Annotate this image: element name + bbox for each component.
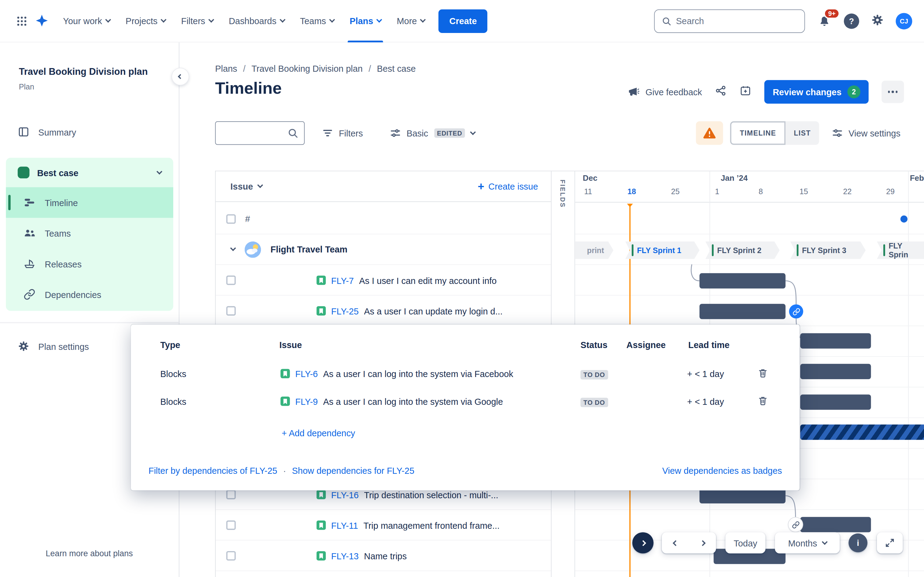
nav-your-work[interactable]: Your work: [55, 0, 118, 42]
view-dependencies-as-badges-link[interactable]: View dependencies as badges: [662, 466, 782, 475]
learn-more-link[interactable]: Learn more about plans: [0, 549, 178, 558]
dependency-badge[interactable]: [789, 305, 803, 318]
schedule-bar[interactable]: [800, 395, 871, 410]
warnings-button[interactable]: [696, 121, 724, 145]
schedule-bar[interactable]: [699, 273, 785, 288]
table-row[interactable]: FLY-13 Name trips: [216, 540, 551, 571]
search-icon: [288, 127, 298, 138]
row-checkbox[interactable]: [226, 306, 236, 315]
jump-to-next-button[interactable]: [632, 532, 653, 553]
table-row[interactable]: FLY-25 As a user I can update my login d…: [216, 295, 551, 326]
settings-button[interactable]: [871, 13, 884, 28]
sidebar-item-teams[interactable]: Teams: [6, 218, 173, 248]
schedule-bar-striped[interactable]: [800, 424, 924, 440]
issue-key-link[interactable]: FLY-16: [331, 490, 359, 500]
month-label: Dec: [583, 174, 598, 182]
table-row[interactable]: FLY-11 Trip management frontend frame...: [216, 510, 551, 540]
review-changes-button[interactable]: Review changes 2: [764, 80, 869, 103]
nav-plans[interactable]: Plans: [342, 0, 389, 42]
app-switcher-button[interactable]: [12, 11, 32, 31]
issue-key-link[interactable]: FLY-6: [295, 369, 318, 379]
user-avatar[interactable]: CJ: [896, 13, 912, 29]
scroll-left-button[interactable]: [662, 532, 689, 553]
info-button[interactable]: i: [848, 533, 867, 552]
show-dependencies-link[interactable]: Show dependencies for FLY-25: [292, 466, 414, 475]
issue-search-input[interactable]: [215, 121, 305, 145]
more-actions-button[interactable]: [882, 81, 904, 103]
issue-dot-marker[interactable]: [900, 216, 908, 222]
row-checkbox[interactable]: [226, 520, 236, 530]
schedule-bar[interactable]: [699, 304, 785, 319]
tab-list[interactable]: LIST: [785, 121, 819, 145]
sprint-bar[interactable]: FLY Sprint 1: [625, 242, 699, 259]
row-checkbox[interactable]: [226, 276, 236, 285]
scenario-best-case[interactable]: Best case: [6, 158, 173, 187]
row-checkbox[interactable]: [226, 490, 236, 499]
sidebar-item-plan-settings[interactable]: Plan settings: [18, 334, 89, 358]
breadcrumb-plans[interactable]: Plans: [215, 63, 237, 74]
date-label: 8: [752, 187, 770, 196]
breadcrumb-scenario[interactable]: Best case: [377, 63, 415, 74]
create-button[interactable]: Create: [439, 9, 487, 33]
view-settings-button[interactable]: View settings: [826, 123, 906, 143]
share-button[interactable]: [715, 85, 727, 99]
sprint-bar[interactable]: FLY Sprint 3: [790, 242, 866, 259]
ship-icon: [24, 258, 36, 270]
delete-dependency-button[interactable]: [758, 367, 768, 379]
sidebar-item-dependencies[interactable]: Dependencies: [6, 279, 173, 309]
sprint-bar[interactable]: FLY Sprin: [877, 242, 924, 259]
nav-more[interactable]: More: [389, 0, 433, 42]
delete-dependency-button[interactable]: [758, 395, 768, 407]
trash-icon: [758, 367, 768, 378]
sidebar-collapse-button[interactable]: [172, 68, 189, 85]
nav-teams[interactable]: Teams: [292, 0, 342, 42]
issue-header-dropdown[interactable]: Issue: [230, 181, 262, 192]
notifications-button[interactable]: 9+: [817, 13, 832, 28]
global-search[interactable]: [654, 9, 805, 33]
fullscreen-button[interactable]: [877, 532, 903, 553]
schedule-bar[interactable]: [800, 517, 871, 532]
filter-by-dependencies-link[interactable]: Filter by dependencies of FLY-25: [149, 466, 277, 475]
group-row-flight-travel-team[interactable]: Flight Travel Team: [216, 234, 551, 265]
issue-key-link[interactable]: FLY-25: [331, 306, 359, 316]
sidebar-item-timeline[interactable]: Timeline: [6, 187, 173, 218]
give-feedback-button[interactable]: Give feedback: [628, 86, 702, 98]
issue-key-link[interactable]: FLY-7: [331, 276, 354, 285]
sprint-bar[interactable]: FLY Sprint 2: [705, 242, 779, 259]
table-row-new[interactable]: #: [216, 204, 551, 234]
row-checkbox[interactable]: [226, 214, 236, 224]
dependencies-popup: Type Issue Status Assignee Lead time Blo…: [131, 324, 800, 491]
tab-timeline[interactable]: TIMELINE: [730, 121, 785, 145]
sprint-bar[interactable]: print: [575, 242, 613, 259]
nav-filters[interactable]: Filters: [174, 0, 221, 42]
row-checkbox[interactable]: [226, 551, 236, 560]
issue-key-link[interactable]: FLY-13: [331, 551, 359, 561]
expander-chevron-icon[interactable]: [230, 245, 236, 251]
issue-key-link[interactable]: FLY-9: [295, 396, 318, 406]
date-label-today: 18: [623, 187, 640, 196]
timeline-scroll-controls: [662, 532, 716, 553]
view-selector-button[interactable]: Basic EDITED: [384, 123, 481, 143]
breadcrumb: Plans / Travel Booking Division plan / B…: [215, 63, 416, 74]
table-row[interactable]: FLY-7 As I user I can edit my account in…: [216, 265, 551, 295]
schedule-button[interactable]: [740, 85, 752, 99]
filters-button[interactable]: Filters: [317, 123, 369, 143]
search-input[interactable]: [676, 16, 797, 26]
jira-logo[interactable]: [32, 11, 52, 31]
sidebar-item-releases[interactable]: Releases: [6, 248, 173, 279]
sidebar-item-summary[interactable]: Summary: [18, 120, 76, 143]
create-issue-button[interactable]: + Create issue: [478, 181, 538, 192]
schedule-bar[interactable]: [800, 334, 871, 349]
scroll-right-button[interactable]: [689, 532, 716, 553]
issue-summary: Trip management frontend frame...: [363, 520, 499, 530]
nav-projects[interactable]: Projects: [118, 0, 174, 42]
dependency-badge[interactable]: [788, 517, 802, 532]
today-button[interactable]: Today: [725, 532, 766, 553]
schedule-bar[interactable]: [800, 364, 871, 379]
issue-key-link[interactable]: FLY-11: [331, 520, 358, 530]
help-button[interactable]: ?: [844, 13, 859, 28]
add-dependency-link[interactable]: + Add dependency: [282, 428, 355, 438]
nav-dashboards[interactable]: Dashboards: [221, 0, 292, 42]
breadcrumb-plan-name[interactable]: Travel Booking Division plan: [252, 63, 363, 74]
zoom-level-dropdown[interactable]: Months: [775, 532, 840, 553]
